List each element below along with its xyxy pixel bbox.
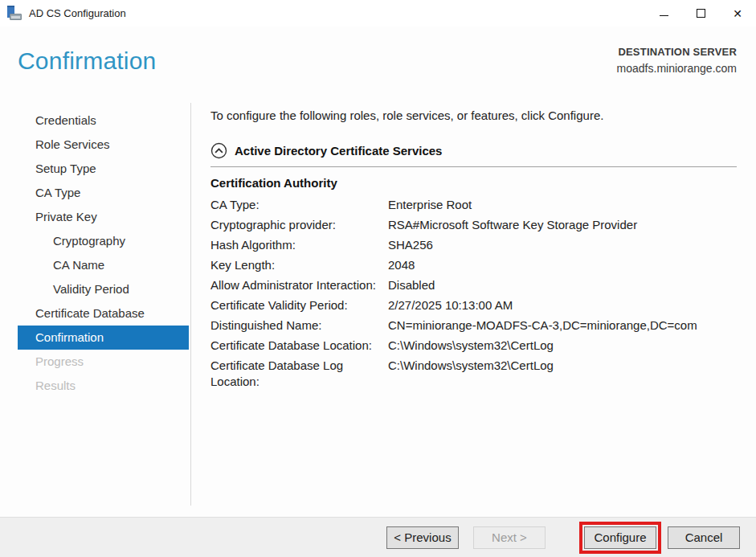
sidebar-item-label: CA Type [35, 186, 80, 199]
field-label: Certificate Validity Period: [210, 297, 388, 313]
sidebar-item-label: Results [35, 379, 76, 392]
field-value: C:\Windows\system32\CertLog [388, 358, 737, 390]
minimize-button[interactable] [645, 0, 682, 27]
configure-button[interactable]: Configure [584, 526, 656, 549]
confirmation-content: To configure the following roles, role s… [190, 96, 756, 517]
sidebar-item-credentials[interactable]: Credentials [18, 109, 189, 133]
sidebar-item-validity-period[interactable]: Validity Period [18, 277, 189, 301]
chevron-up-circle-icon[interactable] [210, 142, 227, 159]
sidebar-item-label: Validity Period [53, 282, 129, 296]
sidebar-item-label: Progress [35, 354, 84, 368]
sidebar-item-cryptography[interactable]: Cryptography [18, 229, 189, 253]
field-value: Enterprise Root [388, 197, 737, 213]
sidebar-item-label: Confirmation [35, 330, 104, 344]
field-label: Certificate Database Log Location: [210, 358, 388, 390]
destination-server-label: DESTINATION SERVER [617, 46, 737, 58]
field-cryptographic-provider: Cryptographic provider: RSA#Microsoft So… [210, 217, 737, 233]
field-label: CA Type: [210, 197, 388, 213]
previous-button[interactable]: < Previous [386, 526, 459, 549]
title-bar: AD CS Configuration ✕ [0, 0, 756, 27]
sidebar-item-ca-name[interactable]: CA Name [18, 253, 189, 277]
sidebar-item-label: Role Services [35, 137, 110, 151]
field-certificate-database-location: Certificate Database Location: C:\Window… [210, 338, 737, 354]
field-label: Key Length: [210, 257, 388, 273]
field-label: Certificate Database Location: [210, 338, 388, 354]
page-title: Confirmation [18, 47, 156, 75]
window-title: AD CS Configuration [29, 7, 126, 19]
field-value: Disabled [388, 277, 737, 293]
sidebar-item-label: CA Name [53, 258, 104, 272]
field-label: Allow Administrator Interaction: [210, 277, 388, 293]
wizard-body: Credentials Role Services Setup Type CA … [0, 96, 756, 517]
sidebar-item-label: Credentials [35, 113, 96, 127]
sidebar-item-label: Setup Type [35, 162, 96, 175]
field-key-length: Key Length: 2048 [210, 257, 737, 273]
field-ca-type: CA Type: Enterprise Root [210, 197, 737, 213]
sidebar-divider [190, 103, 191, 506]
field-allow-admin-interaction: Allow Administrator Interaction: Disable… [210, 277, 737, 293]
close-icon: ✕ [733, 8, 742, 19]
close-button[interactable]: ✕ [719, 0, 756, 27]
sidebar-item-label: Certificate Database [35, 306, 145, 320]
sidebar-item-private-key[interactable]: Private Key [18, 205, 189, 229]
field-value: SHA256 [388, 237, 737, 253]
field-value: RSA#Microsoft Software Key Storage Provi… [388, 217, 737, 233]
field-label: Cryptographic provider: [210, 217, 388, 233]
sidebar-item-setup-type[interactable]: Setup Type [18, 157, 189, 181]
adcs-section-header[interactable]: Active Directory Certificate Services [210, 142, 737, 159]
field-distinguished-name: Distinguished Name: CN=miniorange-MOADFS… [210, 317, 737, 334]
next-button: Next > [473, 526, 546, 549]
section-divider [210, 166, 737, 167]
wizard-header: Confirmation DESTINATION SERVER moadfs.m… [0, 27, 756, 96]
field-label: Distinguished Name: [210, 317, 388, 334]
annotation-highlight-box: Configure [579, 522, 661, 554]
adcs-section-title: Active Directory Certificate Services [235, 144, 442, 158]
wizard-steps-sidebar: Credentials Role Services Setup Type CA … [0, 96, 190, 517]
window-controls: ✕ [645, 0, 756, 27]
sidebar-item-ca-type[interactable]: CA Type [18, 181, 189, 205]
field-certificate-database-log-location: Certificate Database Log Location: C:\Wi… [210, 358, 737, 390]
maximize-button[interactable] [682, 0, 719, 27]
wizard-footer: < Previous Next > Configure Cancel [0, 517, 756, 557]
sidebar-item-label: Cryptography [53, 234, 125, 248]
app-icon [7, 6, 23, 21]
minimize-icon [660, 15, 668, 16]
cancel-button[interactable]: Cancel [668, 526, 740, 549]
sidebar-item-label: Private Key [35, 210, 97, 223]
maximize-icon [697, 9, 705, 18]
field-value: C:\Windows\system32\CertLog [388, 338, 737, 354]
sidebar-item-confirmation[interactable]: Confirmation [18, 326, 189, 350]
sidebar-item-role-services[interactable]: Role Services [18, 133, 189, 157]
intro-text: To configure the following roles, role s… [210, 107, 737, 125]
field-certificate-validity-period: Certificate Validity Period: 2/27/2025 1… [210, 297, 737, 313]
field-value: CN=miniorange-MOADFS-CA-3,DC=miniorange,… [388, 317, 737, 334]
summary-fields: CA Type: Enterprise Root Cryptographic p… [210, 197, 737, 390]
sidebar-item-progress: Progress [18, 350, 189, 374]
destination-server-block: DESTINATION SERVER moadfs.miniorange.com [617, 46, 737, 75]
destination-server-name: moadfs.miniorange.com [617, 62, 737, 75]
sidebar-item-certificate-database[interactable]: Certificate Database [18, 301, 189, 326]
certification-authority-heading: Certification Authority [210, 176, 737, 190]
field-label: Hash Algorithm: [210, 237, 388, 253]
field-hash-algorithm: Hash Algorithm: SHA256 [210, 237, 737, 253]
field-value: 2/27/2025 10:13:00 AM [388, 297, 737, 313]
field-value: 2048 [388, 257, 737, 273]
sidebar-item-results: Results [18, 374, 189, 398]
